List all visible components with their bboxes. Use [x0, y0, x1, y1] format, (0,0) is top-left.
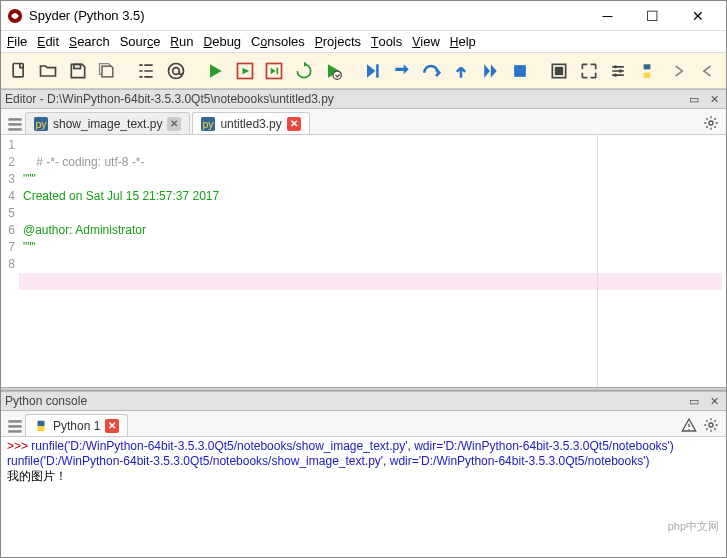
- debug-into-button[interactable]: [388, 57, 415, 85]
- code-area[interactable]: # -*- coding: utf-8 -*- """ Created on S…: [19, 135, 726, 387]
- console-pane-label: Python console: [5, 394, 87, 408]
- run-cell-advance-button[interactable]: [260, 57, 287, 85]
- run-button[interactable]: [202, 57, 229, 85]
- new-file-button[interactable]: [5, 57, 32, 85]
- python-console[interactable]: >>> runfile('D:/WinPython-64bit-3.5.3.0Q…: [1, 437, 726, 557]
- svg-rect-11: [555, 66, 563, 74]
- svg-rect-23: [8, 420, 21, 423]
- app-icon: [7, 8, 23, 24]
- editor-options-button[interactable]: [700, 112, 722, 134]
- editor-pane-title: Editor - D:\WinPython-64bit-3.5.3.0Qt5\n…: [1, 89, 726, 109]
- console-warning-icon[interactable]: [678, 414, 700, 436]
- menu-run[interactable]: Run: [170, 34, 193, 49]
- console-close-button[interactable]: ✕: [706, 393, 722, 409]
- code-line-current: [19, 273, 722, 290]
- menu-source[interactable]: Source: [120, 34, 161, 49]
- code-editor[interactable]: 1 2 3 4 5 6 7 8 # -*- coding: utf-8 -*- …: [1, 135, 726, 387]
- editor-close-button[interactable]: ✕: [706, 91, 722, 107]
- open-file-button[interactable]: [34, 57, 61, 85]
- column-ruler: [597, 135, 598, 387]
- svg-point-26: [709, 423, 713, 427]
- svg-text:py: py: [35, 117, 47, 129]
- tab-list-button[interactable]: [5, 114, 25, 134]
- console-options-button[interactable]: [700, 414, 722, 436]
- svg-rect-16: [8, 123, 21, 126]
- console-output[interactable]: >>> runfile('D:/WinPython-64bit-3.5.3.0Q…: [1, 437, 726, 557]
- at-button[interactable]: [162, 57, 189, 85]
- menu-search[interactable]: Search: [69, 34, 110, 49]
- close-window-button[interactable]: ✕: [675, 2, 720, 30]
- console-tab-list-button[interactable]: [5, 416, 25, 436]
- editor-pane-path: Editor - D:\WinPython-64bit-3.5.3.0Qt5\n…: [5, 92, 334, 106]
- menu-tools[interactable]: Tools: [371, 34, 402, 49]
- minimize-button[interactable]: ─: [585, 2, 630, 30]
- svg-text:py: py: [203, 117, 215, 129]
- tab-show-image-text[interactable]: py show_image_text.py ✕: [25, 112, 190, 134]
- console-line: 我的图片！: [7, 469, 67, 483]
- svg-rect-8: [377, 64, 380, 77]
- svg-point-13: [619, 69, 622, 72]
- console-prompt: >>>: [7, 439, 31, 453]
- menu-file[interactable]: File: [7, 34, 27, 49]
- debug-step-button[interactable]: [359, 57, 386, 85]
- svg-point-12: [614, 65, 617, 68]
- code-line: """: [23, 240, 36, 254]
- maximize-button[interactable]: ☐: [630, 2, 675, 30]
- menu-edit[interactable]: Edit: [37, 34, 59, 49]
- line-gutter: 1 2 3 4 5 6 7 8: [1, 135, 19, 387]
- code-line: @author: Administrator: [23, 223, 146, 237]
- svg-point-14: [614, 73, 617, 76]
- pythonpath-button[interactable]: [634, 57, 661, 85]
- back-button[interactable]: [695, 57, 722, 85]
- tab-close-icon[interactable]: ✕: [105, 419, 119, 433]
- svg-point-4: [173, 67, 180, 74]
- svg-rect-1: [13, 63, 23, 76]
- menu-bar: File Edit Search Source Run Debug Consol…: [1, 31, 726, 53]
- debug-continue-button[interactable]: [477, 57, 504, 85]
- tab-close-icon[interactable]: ✕: [287, 117, 301, 131]
- python-file-icon: py: [34, 117, 48, 131]
- run-cell-button[interactable]: [231, 57, 258, 85]
- main-toolbar: [1, 53, 726, 89]
- debug-over-button[interactable]: [418, 57, 445, 85]
- tab-label: untitled3.py: [220, 117, 281, 131]
- menu-debug[interactable]: Debug: [204, 34, 242, 49]
- console-undock-button[interactable]: ▭: [686, 393, 702, 409]
- run-again-button[interactable]: [290, 57, 317, 85]
- title-bar: Spyder (Python 3.5) ─ ☐ ✕: [1, 1, 726, 31]
- tab-close-icon[interactable]: ✕: [167, 117, 181, 131]
- save-all-button[interactable]: [93, 57, 120, 85]
- console-tab-python1[interactable]: Python 1 ✕: [25, 414, 128, 436]
- window-title: Spyder (Python 3.5): [29, 8, 585, 23]
- code-line: Created on Sat Jul 15 21:57:37 2017: [23, 189, 219, 203]
- menu-help[interactable]: Help: [450, 34, 476, 49]
- svg-rect-24: [8, 425, 21, 428]
- code-line: """: [23, 172, 36, 186]
- save-button[interactable]: [64, 57, 91, 85]
- editor-undock-button[interactable]: ▭: [686, 91, 702, 107]
- console-pane-title: Python console ▭ ✕: [1, 391, 726, 411]
- outline-button[interactable]: [133, 57, 160, 85]
- fullscreen-button[interactable]: [575, 57, 602, 85]
- svg-rect-25: [8, 430, 21, 433]
- svg-point-22: [709, 121, 713, 125]
- svg-rect-15: [8, 118, 21, 121]
- tab-untitled3[interactable]: py untitled3.py ✕: [192, 112, 309, 134]
- maximize-pane-button[interactable]: [545, 57, 572, 85]
- preferences-button[interactable]: [604, 57, 631, 85]
- menu-consoles[interactable]: Consoles: [251, 34, 305, 49]
- menu-projects[interactable]: Projects: [315, 34, 361, 49]
- svg-rect-2: [74, 64, 81, 68]
- svg-point-3: [168, 63, 183, 78]
- console-line: runfile('D:/WinPython-64bit-3.5.3.0Qt5/n…: [31, 439, 674, 453]
- debug-out-button[interactable]: [447, 57, 474, 85]
- toolbar-overflow-button[interactable]: [665, 57, 692, 85]
- run-config-button[interactable]: [319, 57, 346, 85]
- debug-stop-button[interactable]: [506, 57, 533, 85]
- editor-tab-bar: py show_image_text.py ✕ py untitled3.py …: [1, 109, 726, 135]
- tab-label: show_image_text.py: [53, 117, 162, 131]
- menu-view[interactable]: View: [412, 34, 440, 49]
- console-tab-label: Python 1: [53, 419, 100, 433]
- python-file-icon: py: [201, 117, 215, 131]
- svg-point-7: [333, 71, 341, 79]
